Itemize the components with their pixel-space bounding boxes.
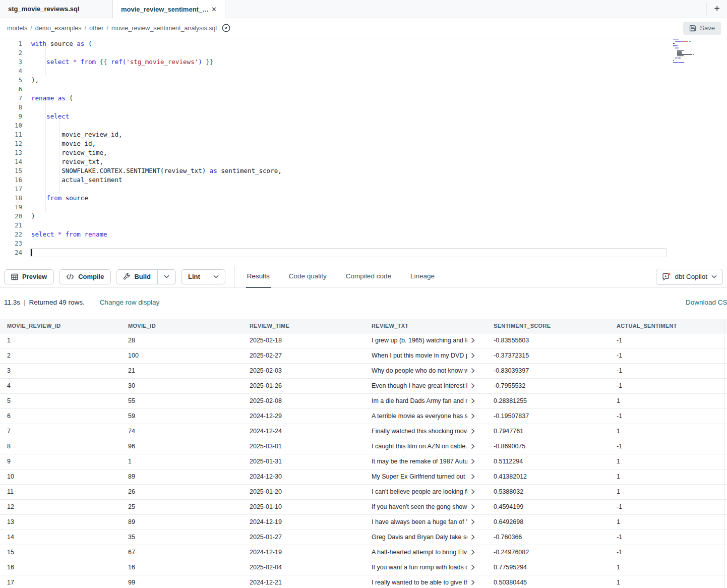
save-button[interactable]: Save — [683, 22, 721, 35]
line-number: 2 — [0, 48, 22, 57]
review-text: When I put this movie in my DVD playe… — [372, 352, 467, 359]
code-line: select * from rename — [31, 230, 727, 239]
cell-movie-id: 67 — [121, 545, 243, 560]
line-number-gutter: 123456789101112131415161718192021222324 — [0, 39, 22, 257]
expand-cell-icon[interactable] — [470, 579, 475, 585]
cell-review-time: 2025-02-03 — [243, 363, 365, 378]
code-editor[interactable]: 123456789101112131415161718192021222324 … — [0, 38, 727, 266]
code-line — [31, 85, 727, 94]
compile-button[interactable]: Compile — [59, 269, 111, 284]
cell-sentiment-score: 0.6492698 — [487, 514, 610, 530]
wrench-icon — [123, 273, 130, 280]
expand-cell-icon[interactable] — [470, 443, 475, 449]
expand-cell-icon[interactable] — [470, 564, 475, 570]
line-number: 9 — [0, 112, 22, 121]
save-label: Save — [700, 24, 715, 32]
cell-movie-review-id: 2 — [0, 348, 121, 363]
editor-minimap[interactable] — [671, 38, 704, 66]
expand-cell-icon[interactable] — [470, 383, 475, 389]
file-tab-bar: stg_movie_reviews.sql movie_review_senti… — [0, 0, 727, 18]
expand-cell-icon[interactable] — [470, 489, 475, 495]
review-text: Even though I have great interest in Bi… — [372, 382, 467, 389]
tab-lineage[interactable]: Lineage — [409, 266, 436, 288]
cell-review-txt: Im a die hard Dads Army fan and nothi… — [365, 393, 487, 408]
new-tab-button[interactable]: + — [707, 3, 727, 15]
col-movie-id[interactable]: MOVIE_ID — [121, 319, 243, 333]
query-duration: 11.3s — [4, 299, 20, 306]
dbt-copilot-button[interactable]: dbt Copilot — [656, 269, 723, 285]
table-row: 15672024-12-19A half-hearted attempt to … — [0, 545, 727, 560]
expand-cell-icon[interactable] — [470, 337, 475, 343]
col-review-txt[interactable]: REVIEW_TXT — [365, 319, 487, 333]
breadcrumb-models[interactable]: models — [7, 25, 27, 32]
breadcrumb-demo-examples[interactable]: demo_examples — [35, 25, 82, 32]
cell-movie-id: 59 — [121, 408, 243, 424]
cell-review-txt: When I put this movie in my DVD playe… — [365, 348, 487, 363]
preview-button[interactable]: Preview — [4, 269, 54, 284]
tab-code-quality[interactable]: Code quality — [288, 266, 328, 288]
col-movie-review-id[interactable]: MOVIE_REVIEW_ID — [0, 319, 121, 333]
line-number: 19 — [0, 203, 22, 212]
cell-review-time: 2025-01-31 — [243, 454, 365, 469]
tab-stg-movie-reviews[interactable]: stg_movie_reviews.sql — [0, 0, 112, 18]
review-text: I really wanted to be able to give this … — [372, 579, 467, 586]
cell-review-txt: Even though I have great interest in Bi… — [365, 378, 487, 393]
tab-compiled-code[interactable]: Compiled code — [345, 266, 392, 288]
lint-dropdown-chevron-icon[interactable] — [207, 270, 225, 284]
tab-lineage-label: Lineage — [410, 272, 435, 280]
cell-review-time: 2025-02-18 — [243, 333, 365, 348]
table-row: 14352025-01-27Greg Davis and Bryan Daly … — [0, 530, 727, 545]
cell-actual-sentiment: 1 — [610, 393, 727, 408]
col-actual-sentiment[interactable]: ACTUAL_SENTIMENT — [610, 319, 727, 333]
cell-movie-id: 35 — [121, 530, 243, 545]
cell-actual-sentiment: -1 — [610, 439, 727, 454]
code-line — [31, 103, 727, 112]
expand-cell-icon[interactable] — [470, 474, 475, 480]
download-csv-link[interactable]: Download CSV — [686, 299, 727, 306]
expand-cell-icon[interactable] — [470, 413, 475, 419]
cell-sentiment-score: 0.5388032 — [487, 484, 610, 499]
build-dropdown-chevron-icon[interactable] — [157, 270, 175, 284]
breadcrumb-row: models / demo_examples / other / movie_r… — [0, 18, 727, 38]
breadcrumb-other[interactable]: other — [89, 25, 104, 32]
line-number: 17 — [0, 185, 22, 194]
change-row-display-link[interactable]: Change row display — [100, 299, 160, 306]
expand-cell-icon[interactable] — [470, 428, 475, 434]
expand-cell-icon[interactable] — [470, 504, 475, 510]
cell-movie-id: 26 — [121, 484, 243, 499]
col-review-time[interactable]: REVIEW_TIME — [243, 319, 365, 333]
expand-cell-icon[interactable] — [470, 398, 475, 404]
tab-results[interactable]: Results — [246, 266, 271, 288]
tab-movie-review-sentiment[interactable]: movie_review_sentiment_… ✕ — [112, 0, 225, 18]
line-number: 24 — [0, 248, 22, 257]
col-sentiment-score[interactable]: SENTIMENT_SCORE — [487, 319, 610, 333]
close-icon[interactable]: ✕ — [209, 5, 219, 14]
expand-cell-icon[interactable] — [470, 534, 475, 540]
expand-cell-icon[interactable] — [470, 352, 475, 359]
cell-review-txt: Finally watched this shocking movie la… — [365, 424, 487, 439]
cell-movie-id: 89 — [121, 469, 243, 484]
expand-cell-icon[interactable] — [470, 458, 475, 464]
breadcrumb-separator: / — [85, 25, 86, 32]
new-tab-area: + — [706, 0, 727, 18]
code-line: ) — [31, 212, 727, 221]
cell-sentiment-score: -0.83039397 — [487, 363, 610, 378]
tab-results-label: Results — [247, 272, 270, 280]
expand-cell-icon[interactable] — [470, 519, 475, 525]
line-number: 6 — [0, 85, 22, 94]
expand-cell-icon[interactable] — [470, 549, 475, 555]
compass-icon[interactable] — [222, 24, 230, 32]
cell-review-time: 2025-01-26 — [243, 378, 365, 393]
code-line — [31, 221, 727, 230]
build-button[interactable]: Build — [116, 270, 157, 284]
cell-movie-review-id: 17 — [0, 575, 121, 588]
line-number: 15 — [0, 166, 22, 175]
expand-cell-icon[interactable] — [470, 368, 475, 374]
cell-sentiment-score: -0.19507837 — [487, 408, 610, 424]
review-text: Finally watched this shocking movie la… — [372, 428, 467, 435]
lint-button[interactable]: Lint — [181, 270, 207, 284]
cell-review-time: 2025-01-10 — [243, 499, 365, 514]
cell-movie-review-id: 7 — [0, 424, 121, 439]
line-number: 5 — [0, 76, 22, 85]
floppy-icon — [689, 25, 696, 32]
